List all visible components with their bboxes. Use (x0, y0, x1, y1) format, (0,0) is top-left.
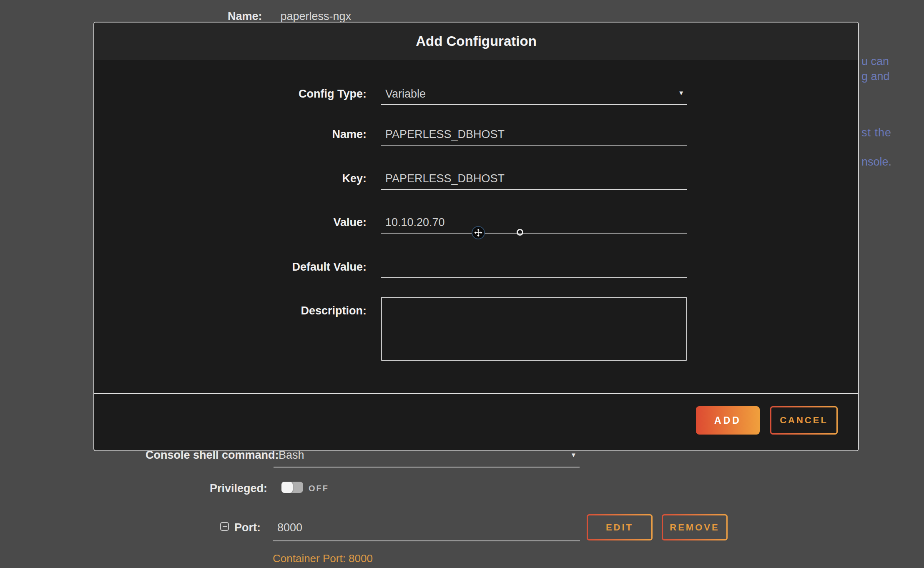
edit-button-label: EDIT (588, 515, 651, 539)
remove-button-label: REMOVE (663, 515, 726, 539)
default-value-input[interactable] (381, 258, 687, 277)
default-value-row: Default Value: (94, 258, 858, 278)
privileged-state: OFF (309, 484, 329, 493)
key-input[interactable] (381, 170, 687, 189)
value-input[interactable] (381, 214, 687, 233)
privileged-label: Privileged: (210, 482, 267, 495)
name-row: Name: (94, 126, 858, 146)
cancel-button-label: CANCEL (771, 407, 836, 433)
bg-clipped-text-2: g and (861, 70, 890, 83)
console-shell-underline (274, 467, 580, 467)
remove-button[interactable]: REMOVE (662, 514, 728, 540)
cancel-button[interactable]: CANCEL (770, 406, 838, 435)
screen: { "modal": { "title": "Add Configuration… (0, 0, 924, 568)
name-label: Name: (94, 128, 367, 141)
port-value[interactable]: 8000 (277, 521, 302, 534)
config-type-value: Variable (385, 88, 426, 101)
port-underline (273, 540, 580, 541)
key-label: Key: (94, 172, 367, 185)
minus-bar (223, 526, 227, 527)
port-label: Port: (234, 521, 261, 534)
edit-button[interactable]: EDIT (587, 514, 653, 540)
key-input-wrap (381, 170, 687, 190)
config-type-caret-icon: ▼ (678, 89, 684, 96)
default-value-input-wrap (381, 258, 687, 278)
config-type-select[interactable]: Variable ▼ (381, 85, 687, 105)
bg-name-label: Name: (228, 10, 262, 23)
selection-ring-icon (517, 229, 523, 236)
modal-title: Add Configuration (416, 33, 537, 49)
value-label: Value: (94, 216, 367, 229)
description-label: Description: (94, 304, 367, 317)
privileged-toggle[interactable] (281, 482, 303, 493)
toggle-knob (281, 482, 293, 493)
container-port-note: Container Port: 8000 (273, 552, 373, 565)
name-input[interactable] (381, 126, 687, 145)
config-type-row: Config Type: Variable ▼ (94, 85, 858, 105)
bg-name-row: Name: paperless-ngx (228, 10, 351, 23)
add-button[interactable]: ADD (696, 406, 760, 435)
config-type-label: Config Type: (94, 88, 367, 101)
move-cursor-icon (472, 226, 485, 239)
modal-header: Add Configuration (94, 23, 858, 60)
collapse-minus-icon[interactable] (220, 522, 229, 531)
bg-clipped-text-3: st the (861, 126, 891, 139)
console-shell-caret-icon[interactable]: ▼ (570, 451, 577, 458)
bg-clipped-text-4: nsole. (861, 156, 891, 168)
default-value-label: Default Value: (94, 261, 367, 274)
bg-name-value: paperless-ngx (281, 10, 352, 23)
bg-clipped-text-1: u can (861, 55, 889, 68)
description-textarea[interactable] (381, 297, 687, 361)
move-arrows-glyph (474, 228, 483, 237)
value-input-wrap (381, 214, 687, 234)
name-input-wrap (381, 126, 687, 146)
key-row: Key: (94, 170, 858, 190)
footer-divider (94, 393, 858, 394)
